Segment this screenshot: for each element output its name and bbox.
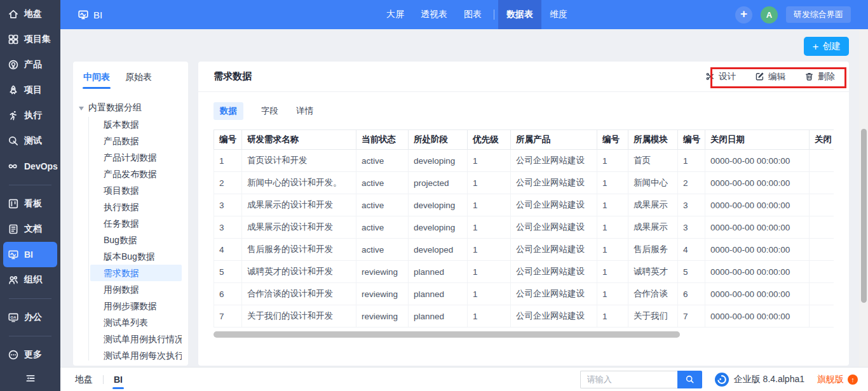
tab-middle-table[interactable]: 中间表 xyxy=(83,72,110,83)
table-cell: 1 xyxy=(468,172,511,194)
column-header: 优先级 xyxy=(468,130,511,150)
app-tab-dipan[interactable]: 地盘 xyxy=(72,368,96,391)
collapse-sidebar-button[interactable] xyxy=(0,373,60,384)
sidebar-item-label: 地盘 xyxy=(24,8,42,20)
sidebar-item-project-set[interactable]: 项目集 xyxy=(0,27,60,52)
tab-divider xyxy=(103,375,104,384)
table-cell: 5 xyxy=(678,261,705,283)
table-cell: developed xyxy=(409,239,468,261)
grid-icon xyxy=(8,34,19,45)
table-row[interactable]: 1首页设计和开发activedeveloping1公司企业网站建设1首页1000… xyxy=(214,150,834,172)
avatar[interactable]: A xyxy=(761,6,778,23)
table-cell: reviewing xyxy=(356,305,409,328)
table-row[interactable]: 5诚聘英才的设计和开发reviewingplanned1公司企业网站建设1诚聘英… xyxy=(214,261,834,283)
table-cell: 公司企业网站建设 xyxy=(511,283,597,305)
delete-button[interactable]: 删除 xyxy=(804,71,835,83)
sidebar-item-label: 文档 xyxy=(24,223,42,235)
sidebar-item-bi[interactable]: BI xyxy=(3,242,57,267)
table-row[interactable]: 3成果展示的设计和开发activedeveloping1公司企业网站建设1成果展… xyxy=(214,194,834,216)
design-scissors-icon xyxy=(705,72,715,81)
table-row[interactable]: 6合作洽谈的设计和开发reviewingplanned1公司企业网站建设1合作洽… xyxy=(214,283,834,305)
column-header: 所属模块 xyxy=(628,130,678,150)
tree-item[interactable]: 测试单列表 xyxy=(90,314,182,331)
sidebar-item-devops[interactable]: DevOps xyxy=(0,154,60,179)
sidebar-item-more[interactable]: 更多 xyxy=(0,342,60,368)
tree-item[interactable]: 版本Bug数据 xyxy=(90,248,182,265)
table-cell: developing xyxy=(409,150,468,172)
bottom-app-bar: 地盘BI 企业版 8.4.alpha1 旗舰版 ↑ xyxy=(60,367,868,391)
tree-item[interactable]: 任务数据 xyxy=(90,215,182,232)
sidebar-item-project[interactable]: 项目 xyxy=(0,77,60,103)
create-button-label: 创建 xyxy=(822,41,840,52)
edit-button[interactable]: 编辑 xyxy=(755,71,785,83)
table-row[interactable]: 4售后服务的设计和开发activedeveloped1公司企业网站建设1售后服务… xyxy=(214,239,834,261)
tree-item[interactable]: 用例步骤数据 xyxy=(90,298,182,314)
chevron-down-icon xyxy=(79,107,84,113)
table-cell: 1 xyxy=(597,261,628,283)
tree-item[interactable]: 产品计划数据 xyxy=(90,149,182,166)
table-cell xyxy=(810,216,834,239)
tab-fields[interactable]: 字段 xyxy=(261,105,278,117)
table-cell: 0000-00-00 00:00:00 xyxy=(705,150,810,172)
table-cell: 1 xyxy=(468,261,511,283)
sidebar-item-org[interactable]: 组织 xyxy=(0,267,60,293)
app-title: BI xyxy=(78,0,102,29)
edit-button-label: 编辑 xyxy=(768,71,785,83)
tree-item[interactable]: 用例数据 xyxy=(90,281,182,298)
monitor-wave-icon xyxy=(8,249,19,260)
tab-detail[interactable]: 详情 xyxy=(296,105,313,117)
tree-item[interactable]: 测试单用例每次执行 xyxy=(90,347,182,364)
tree-item[interactable]: 项目数据 xyxy=(90,182,182,199)
design-button[interactable]: 设计 xyxy=(705,71,736,83)
table-cell: 1 xyxy=(468,305,511,328)
table-cell: active xyxy=(356,239,409,261)
upgrade-badge[interactable]: ↑ xyxy=(848,374,858,385)
upgrade-link[interactable]: 旗舰版 xyxy=(817,374,844,385)
magnifier-q-icon xyxy=(8,135,19,147)
sidebar-item-dipan[interactable]: 地盘 xyxy=(0,1,60,27)
tree-item[interactable]: 版本数据 xyxy=(90,116,182,133)
vertical-scrollbar-thumb[interactable] xyxy=(861,129,867,303)
search-input[interactable] xyxy=(580,371,677,388)
app-tab-bi[interactable]: BI xyxy=(111,368,126,391)
search-button[interactable] xyxy=(677,371,702,388)
workbench-button[interactable]: 研发综合界面 xyxy=(786,6,851,23)
nav-item-pivot[interactable]: 透视表 xyxy=(412,0,456,29)
nav-item-chart[interactable]: 图表 xyxy=(456,0,490,29)
table-row[interactable]: 7关于我们的设计和开发reviewingplanned1公司企业网站建设1关于我… xyxy=(214,305,834,328)
table-cell: planned xyxy=(409,261,468,283)
nav-item-dataset[interactable]: 数据表 xyxy=(498,0,541,29)
horizontal-scrollbar-thumb[interactable] xyxy=(214,331,680,338)
table-row[interactable]: 3成果展示的设计和开发activedeveloping1公司企业网站建设1成果展… xyxy=(214,216,834,239)
tree-item[interactable]: 产品发布数据 xyxy=(90,166,182,182)
table-cell: 7 xyxy=(678,305,705,328)
table-cell: planned xyxy=(409,283,468,305)
sidebar-item-kanban[interactable]: 看板 xyxy=(0,191,60,216)
table-actions-toolbar: 设计编辑删除 xyxy=(705,71,835,83)
tree-item[interactable]: 产品数据 xyxy=(90,133,182,149)
topbar-actions: + A 研发综合界面 xyxy=(735,0,851,29)
create-button[interactable]: + 创建 xyxy=(804,37,849,56)
sidebar-item-office[interactable]: OA办公 xyxy=(0,305,60,330)
tree-item[interactable]: 需求数据 xyxy=(90,265,182,281)
tab-raw-table[interactable]: 原始表 xyxy=(125,72,152,83)
sidebar-item-doc[interactable]: 文档 xyxy=(0,216,60,242)
quick-add-button[interactable]: + xyxy=(735,6,752,23)
tree-item[interactable]: 执行数据 xyxy=(90,199,182,215)
tree-item[interactable]: 测试单用例执行情况 xyxy=(90,331,182,347)
tab-data[interactable]: 数据 xyxy=(214,102,243,120)
table-cell: 公司企业网站建设 xyxy=(511,216,597,239)
table-row[interactable]: 2新闻中心的设计和开发。activeprojected1公司企业网站建设1新闻中… xyxy=(214,172,834,194)
nav-item-dimension[interactable]: 维度 xyxy=(541,0,576,29)
tree-item[interactable]: Bug数据 xyxy=(90,232,182,248)
rocket-icon xyxy=(8,84,19,96)
sidebar-item-execution[interactable]: 执行 xyxy=(0,103,60,128)
nav-item-screen[interactable]: 大屏 xyxy=(378,0,412,29)
tree-group-toggle[interactable]: 内置数据分组 xyxy=(73,100,188,116)
sidebar-item-product[interactable]: 产品 xyxy=(0,52,60,77)
table-cell: 关于我们 xyxy=(628,305,678,328)
column-header: 编号 xyxy=(678,130,705,150)
sidebar-item-test[interactable]: 测试 xyxy=(0,128,60,154)
sidebar-divider xyxy=(9,298,51,299)
table-cell: 成果展示的设计和开发 xyxy=(242,194,356,216)
